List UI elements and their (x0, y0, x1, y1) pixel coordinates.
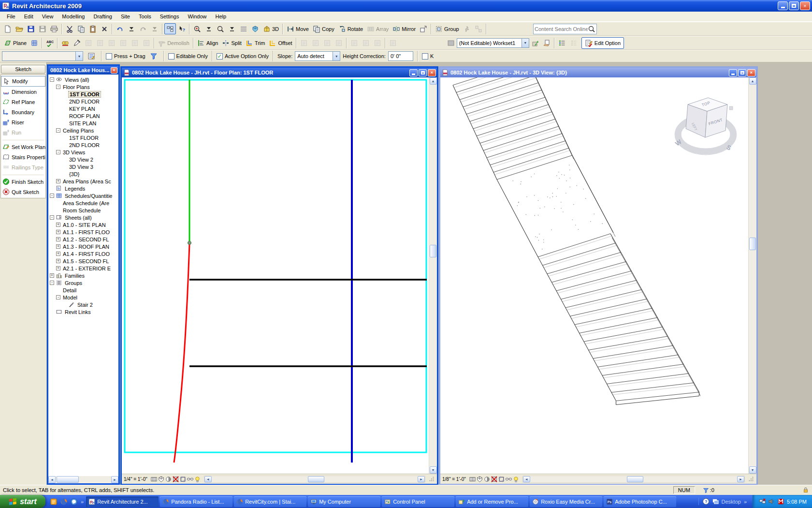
detail-level-icon[interactable] (469, 476, 476, 483)
edit-option-button[interactable]: Edit Option (581, 37, 624, 49)
restore-button[interactable] (738, 69, 746, 76)
expand-icon[interactable]: + (50, 273, 54, 278)
sketch-item-boundary[interactable]: Boundary (1, 107, 45, 117)
sketch-item-stairs-propertie[interactable]: Stairs Propertie (1, 152, 45, 162)
tree-item[interactable]: 3D View 2 (48, 156, 118, 163)
close-button[interactable]: × (800, 1, 810, 10)
sketch-tab[interactable]: Sketch (1, 65, 45, 74)
scroll-down-icon[interactable]: ▼ (749, 466, 756, 474)
cut-button[interactable] (64, 23, 75, 34)
zoom-in-out-button[interactable] (215, 23, 226, 34)
taskbar-button-1[interactable]: RARevit Architecture 2... (86, 496, 159, 507)
copy-element-button[interactable]: Copy (311, 23, 336, 34)
view3d-titlebar[interactable]: 0802 Hock Lake House - JH.rvt - 3D View:… (440, 68, 756, 77)
height-correction-input[interactable]: 0' 0" (388, 51, 413, 61)
offset-button[interactable]: Offset (267, 37, 294, 48)
scroll-thumb[interactable] (57, 476, 79, 483)
tree-item[interactable]: +A1.0 - SITE PLAN (48, 221, 118, 228)
reveal-hidden-elements-icon[interactable] (194, 476, 201, 483)
tree-item[interactable]: {3D} (48, 170, 118, 178)
search-icon[interactable] (588, 25, 595, 33)
quick-launch-messenger-icon[interactable] (70, 498, 78, 506)
horizontal-scrollbar[interactable]: ◄ ► (204, 476, 425, 483)
zoom-menu-button[interactable] (203, 23, 215, 34)
editable-workset-button[interactable] (529, 37, 541, 48)
crop-view-icon[interactable] (172, 476, 179, 483)
menu-help[interactable]: Help (211, 12, 231, 21)
scroll-right-icon[interactable]: ► (737, 476, 744, 482)
scroll-up-icon[interactable]: ▲ (430, 77, 437, 85)
undo-button[interactable] (114, 23, 126, 34)
scroll-up-icon[interactable]: ▲ (749, 77, 756, 85)
thin-lines-button[interactable] (238, 23, 249, 34)
desktop-label[interactable]: Desktop (722, 499, 741, 505)
vertical-scrollbar[interactable]: ▲ ▼ (429, 77, 437, 474)
selection-filter-button[interactable] (148, 51, 160, 62)
shadows-icon[interactable] (165, 476, 172, 483)
tree-item[interactable]: -Schedules/Quantitie (48, 192, 118, 199)
split-button[interactable]: Split (220, 37, 243, 48)
search-input[interactable] (535, 26, 588, 32)
expand-icon[interactable]: + (56, 223, 60, 227)
tree-item[interactable]: 2ND FLOOR (48, 141, 118, 149)
delete-button[interactable] (99, 23, 110, 34)
model-graphics-style-icon[interactable] (476, 476, 483, 483)
menu-window[interactable]: Window (183, 12, 211, 21)
vertical-scrollbar[interactable]: ▲ ▼ (748, 77, 756, 474)
tree-item[interactable]: -Groups (48, 279, 118, 286)
floor-plan-canvas[interactable]: ▲ ▼ 1/4" = 1'-0" ◄ ► (122, 77, 437, 484)
save-button[interactable] (25, 23, 37, 34)
tree-item[interactable]: +A2.1 - EXTERIOR E (48, 265, 118, 272)
quick-launch-notes-icon[interactable] (50, 498, 58, 506)
stair-wireframe-drawing[interactable]: W S TOP FRONT LEFT (440, 77, 748, 475)
tree-item[interactable]: KEY PLAN (48, 105, 118, 112)
sketch-item-quit-sketch[interactable]: Quit Sketch (1, 187, 45, 197)
open-button[interactable] (14, 23, 25, 34)
sketch-item-finish-sketch[interactable]: Finish Sketch (1, 177, 45, 187)
project-browser-toggle-button[interactable] (164, 23, 176, 34)
crop-view-icon[interactable] (491, 476, 498, 483)
type-selector[interactable]: ▼ (2, 51, 83, 61)
reveal-hidden-elements-icon[interactable] (512, 476, 520, 483)
menu-drafting[interactable]: Drafting (89, 12, 116, 21)
taskbar-button-4[interactable]: My Computer (308, 496, 380, 507)
scroll-left-icon[interactable]: ◄ (523, 476, 530, 482)
undo-list-button[interactable] (126, 23, 137, 34)
chevron-down-icon[interactable]: ▼ (333, 52, 340, 60)
chevron-down-icon[interactable]: ▼ (522, 39, 529, 47)
active-option-only-checkbox[interactable]: ✓Active Option Only (217, 53, 269, 60)
sketch-item-modify[interactable]: Modify (1, 76, 45, 87)
k-checkbox[interactable]: K (422, 53, 434, 60)
spelling-button[interactable]: ABC (44, 37, 56, 48)
scroll-thumb[interactable] (430, 245, 436, 257)
new-button[interactable] (2, 23, 14, 34)
scroll-right-icon[interactable]: ► (111, 476, 118, 483)
tree-item[interactable]: 1ST FLOOR (48, 90, 118, 98)
workset-selector[interactable]: (Not Editable) Workset1 ▼ (457, 38, 529, 48)
work-plane-button[interactable]: Plane (2, 37, 29, 48)
resize-grip[interactable] (428, 476, 435, 482)
expand-icon[interactable]: + (56, 179, 60, 183)
tree-item[interactable]: Area Schedule (Are (48, 199, 118, 207)
collapse-icon[interactable]: - (56, 128, 60, 133)
tree-item[interactable]: Revit Links (48, 308, 118, 315)
taskbar-button-7[interactable]: Roxio Easy Media Cr... (530, 496, 602, 507)
menu-site[interactable]: Site (116, 12, 134, 21)
tree-item[interactable]: Legends (48, 185, 118, 192)
window-switcher-icon[interactable] (712, 498, 719, 505)
taskbar-button-5[interactable]: Control Panel (382, 496, 454, 507)
tree-item[interactable]: -Views (all) (48, 76, 118, 83)
tree-item[interactable]: +A1.4 - FIRST FLOO (48, 250, 118, 257)
clock[interactable]: 5:08 PM (787, 499, 807, 505)
tree-item[interactable]: -Model (48, 294, 118, 301)
expand-icon[interactable]: + (56, 230, 60, 234)
menu-tools[interactable]: Tools (134, 12, 156, 21)
tree-item[interactable]: +A1.3 - ROOF PLAN (48, 243, 118, 250)
sketch-item-ref-plane[interactable]: Ref Plane (1, 97, 45, 107)
rotate-button[interactable]: Rotate (336, 23, 365, 34)
collapse-icon[interactable]: - (50, 281, 54, 285)
taskbar-button-3[interactable]: RevitCity.com | Stai... (234, 496, 306, 507)
group-button[interactable]: Group (433, 23, 461, 34)
quick-launch-overflow-chevron[interactable]: » (81, 499, 84, 505)
collapse-icon[interactable]: - (50, 194, 54, 198)
